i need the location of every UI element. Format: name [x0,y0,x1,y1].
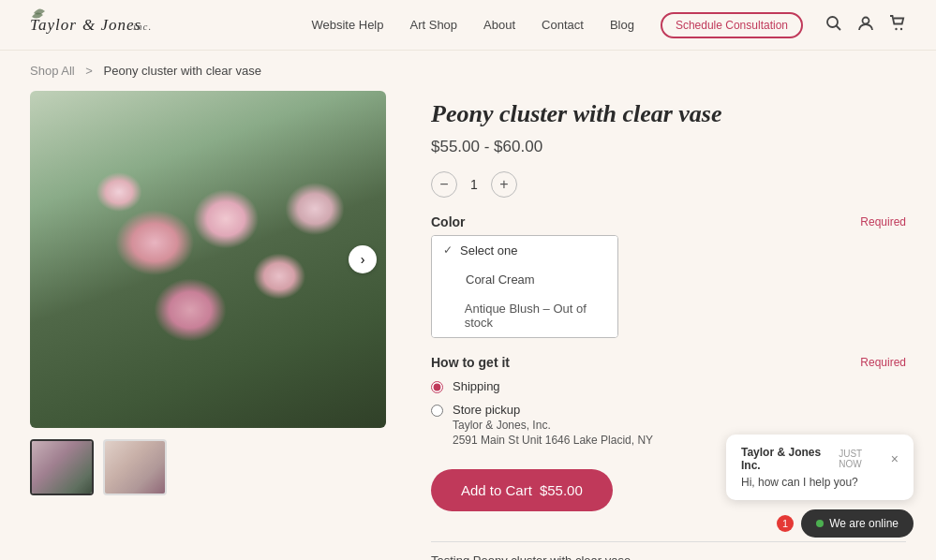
main-product-image [30,91,386,428]
svg-point-5 [863,17,869,23]
color-required-badge: Required [860,215,906,228]
quantity-decrease-button[interactable]: − [431,171,457,198]
logo[interactable]: Taylor & Jones inc. [30,6,180,44]
store-pickup-details: Store pickup Taylor & Jones, Inc. 2591 M… [453,403,653,447]
chat-toggle-label: We are online [829,517,899,530]
nav-art-shop[interactable]: Art Shop [409,18,457,32]
product-title: Peony cluster with clear vase [431,98,906,130]
add-to-cart-price: $55.00 [540,482,583,498]
nav-links: Website Help Art Shop About Contact Blog… [311,12,803,38]
cart-icon-button[interactable] [889,15,906,36]
svg-text:inc.: inc. [133,21,152,32]
chat-toggle-button[interactable]: We are online [801,509,914,538]
nav-website-help[interactable]: Website Help [311,18,383,32]
chat-badge: 1 [777,515,794,532]
svg-line-4 [837,25,841,30]
schedule-consultation-button[interactable]: Schedule Consultation [661,12,803,38]
how-to-get-section: How to get it Required Shipping Store pi… [431,355,906,447]
thumbnail-1[interactable] [30,439,94,495]
chat-company-name: Taylor & Jones Inc. [741,446,839,472]
svg-point-7 [900,27,902,29]
nav-about[interactable]: About [483,18,515,32]
chat-time: JUST NOW [839,449,885,469]
breadcrumb-shop-all[interactable]: Shop All [30,64,75,78]
quantity-increase-button[interactable]: + [491,171,517,198]
color-option-antique-blush[interactable]: Antique Blush – Out of stock [432,294,617,337]
nav-icons [825,15,906,36]
color-dropdown-container: ✓ Select one Coral Cream Antique Blush –… [431,235,906,338]
breadcrumb: Shop All > Peony cluster with clear vase [0,51,936,91]
product-price: $55.00 - $60.00 [431,138,906,156]
color-dropdown[interactable]: ✓ Select one Coral Cream Antique Blush –… [431,235,618,338]
svg-point-3 [827,17,838,27]
how-to-get-label: How to get it [431,355,510,370]
chat-message: Hi, how can I help you? [741,476,899,489]
nav-contact[interactable]: Contact [542,18,584,32]
quantity-input[interactable]: 1 [457,177,491,192]
chat-bubble: Taylor & Jones Inc. JUST NOW × Hi, how c… [726,435,914,500]
next-image-button[interactable]: › [349,245,377,273]
color-option-select-one-label: Select one [460,243,517,258]
navbar: Taylor & Jones inc. Website Help Art Sho… [0,0,936,51]
thumbnail-2[interactable] [103,439,167,495]
breadcrumb-separator: > [85,64,93,78]
chat-close-button[interactable]: × [891,451,899,466]
how-to-get-required-badge: Required [860,356,906,369]
nav-blog[interactable]: Blog [610,18,634,32]
quantity-wrapper: − 1 + [431,171,906,198]
main-image-wrapper: › [30,91,386,428]
testing-text: Testing Peony cluster with clear vase [431,553,906,560]
shipping-radio[interactable] [431,381,443,393]
breadcrumb-current: Peony cluster with clear vase [104,64,261,78]
chat-bubble-header: Taylor & Jones Inc. JUST NOW × [741,446,899,472]
chat-button-row: 1 We are online [726,509,914,538]
shipping-option: Shipping [431,379,906,393]
chat-widget: Taylor & Jones Inc. JUST NOW × Hi, how c… [726,435,914,538]
store-name: Taylor & Jones, Inc. [453,419,653,432]
svg-point-6 [895,27,897,29]
search-icon-button[interactable] [825,15,842,36]
shipping-text: Shipping [453,379,500,393]
how-to-get-row: How to get it Required [431,355,906,370]
color-option-antique-blush-label: Antique Blush – Out of stock [465,302,606,330]
store-pickup-label: Store pickup [453,403,653,417]
svg-text:Taylor: Taylor [30,16,77,34]
product-images: › [30,91,386,495]
store-address: 2591 Main St Unit 1646 Lake Placid, NY [453,434,653,447]
divider [431,541,906,542]
user-icon-button[interactable] [857,15,874,36]
add-to-cart-button[interactable]: Add to Cart $55.00 [431,469,613,511]
color-option-coral-cream[interactable]: Coral Cream [432,265,617,294]
color-option-select-one[interactable]: ✓ Select one [432,236,617,265]
check-icon: ✓ [443,243,453,257]
color-option-coral-cream-label: Coral Cream [466,273,535,287]
thumbnail-list [30,439,386,495]
chat-online-dot [816,520,824,527]
add-to-cart-label: Add to Cart [461,482,532,498]
color-label: Color [431,214,466,229]
shipping-label: Shipping [453,379,500,393]
color-option-row: Color Required [431,214,906,229]
store-pickup-radio[interactable] [431,405,443,417]
